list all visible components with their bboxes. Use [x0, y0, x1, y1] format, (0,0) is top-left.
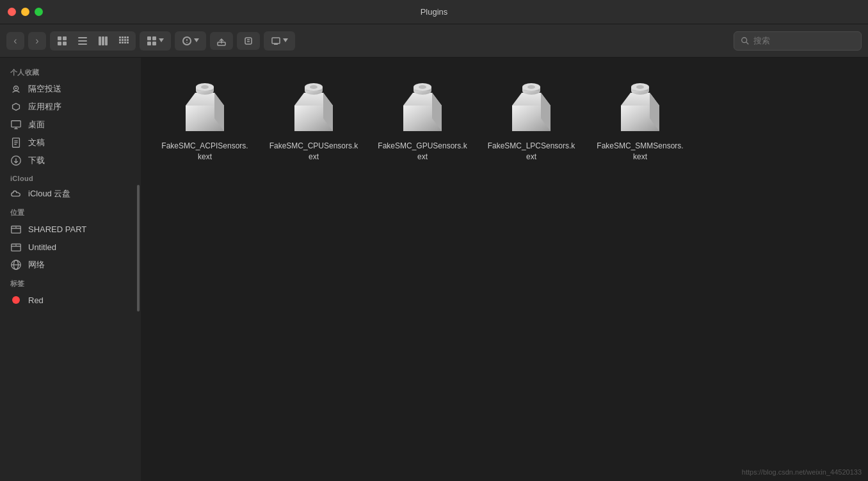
svg-rect-36	[272, 38, 280, 43]
svg-marker-30	[194, 38, 199, 42]
svg-marker-38	[283, 38, 288, 42]
svg-rect-15	[122, 39, 124, 41]
sidebar-item-untitled[interactable]: Untitled	[0, 238, 141, 256]
svg-rect-14	[119, 39, 121, 41]
svg-marker-26	[159, 38, 164, 42]
sidebar-label-untitled: Untitled	[28, 242, 56, 252]
sidebar-section-icloud: iCloud	[0, 170, 141, 185]
action-button-group	[175, 31, 206, 51]
file-item[interactable]: FakeSMC_LPCSensors.kext	[480, 70, 583, 169]
kext-file-icon	[390, 77, 454, 141]
sidebar-section-favorites: 个人收藏	[0, 63, 141, 80]
svg-point-65	[201, 85, 209, 89]
file-item[interactable]: FakeSMC_GPUSensors.kext	[371, 70, 474, 169]
sidebar-section-tags: 标签	[0, 274, 141, 291]
device-button-group	[264, 31, 295, 51]
file-item[interactable]: FakeSMC_SMMSensors.kext	[589, 70, 691, 169]
icloud-icon	[10, 188, 22, 200]
svg-rect-4	[78, 37, 87, 38]
action-button[interactable]	[177, 33, 204, 49]
group-button[interactable]	[142, 33, 168, 49]
minimize-button[interactable]	[21, 8, 29, 16]
downloads-icon	[10, 155, 22, 166]
file-content-area: FakeSMC_ACPISensors.kext	[141, 58, 868, 481]
list-view-button[interactable]	[73, 33, 92, 49]
svg-rect-9	[105, 36, 108, 45]
svg-point-42	[15, 88, 17, 90]
sidebar-label-network: 网络	[28, 259, 45, 271]
file-name-label: FakeSMC_CPUSensors.kext	[269, 141, 358, 162]
tag-button[interactable]	[237, 32, 260, 50]
svg-rect-2	[58, 42, 61, 45]
svg-rect-7	[99, 36, 101, 45]
airdrop-icon	[10, 83, 22, 95]
svg-rect-18	[119, 42, 121, 43]
sidebar-label-icloud: iCloud 云盘	[28, 188, 70, 200]
untitled-drive-icon	[10, 241, 22, 253]
apps-icon	[10, 101, 22, 113]
sidebar-item-red-tag[interactable]: Red	[0, 291, 141, 309]
svg-rect-21	[127, 42, 129, 43]
documents-icon	[10, 137, 22, 148]
red-tag-icon	[10, 294, 22, 306]
window-title: Plugins	[421, 7, 448, 17]
share-button[interactable]	[210, 32, 233, 50]
kext-file-icon	[499, 77, 563, 141]
sidebar-label-desktop: 桌面	[28, 119, 45, 130]
sidebar-item-downloads[interactable]: 下载	[0, 152, 141, 170]
sidebar-item-apps[interactable]: 应用程序	[0, 98, 141, 116]
sidebar-item-network[interactable]: 网络	[0, 256, 141, 274]
svg-rect-8	[102, 36, 104, 45]
kext-file-icon	[173, 77, 237, 141]
svg-rect-11	[122, 36, 124, 38]
window-controls	[8, 8, 43, 16]
sidebar-label-documents: 文稿	[28, 137, 45, 148]
main-layout: 个人收藏 隔空投送 应用程序	[0, 58, 868, 481]
svg-rect-17	[127, 39, 129, 41]
file-name-label: FakeSMC_SMMSensors.kext	[595, 141, 685, 162]
svg-point-93	[636, 85, 644, 89]
search-placeholder: 搜索	[753, 35, 770, 47]
maximize-button[interactable]	[35, 8, 43, 16]
sidebar-item-shared[interactable]: SHARED PART	[0, 220, 141, 238]
sidebar-label-shared: SHARED PART	[28, 225, 86, 234]
svg-point-72	[310, 85, 317, 89]
svg-rect-1	[63, 36, 67, 40]
sidebar-item-airdrop[interactable]: 隔空投送	[0, 80, 141, 98]
sidebar-label-apps: 应用程序	[28, 101, 61, 113]
svg-point-79	[419, 85, 426, 89]
file-item[interactable]: FakeSMC_CPUSensors.kext	[262, 70, 365, 169]
file-item[interactable]: FakeSMC_ACPISensors.kext	[154, 70, 256, 169]
close-button[interactable]	[8, 8, 16, 16]
sidebar-section-locations: 位置	[0, 203, 141, 220]
back-button[interactable]: ‹	[6, 32, 24, 50]
sidebar-label-red: Red	[28, 296, 44, 305]
svg-rect-43	[12, 121, 20, 127]
kext-file-icon	[282, 77, 346, 141]
file-name-label: FakeSMC_ACPISensors.kext	[160, 141, 250, 162]
sidebar-item-desktop[interactable]: 桌面	[0, 116, 141, 134]
svg-rect-32	[218, 42, 225, 45]
sidebar-item-documents[interactable]: 文稿	[0, 134, 141, 152]
sidebar-scrollbar[interactable]	[137, 185, 140, 312]
gallery-view-button[interactable]	[114, 33, 133, 49]
svg-rect-13	[127, 36, 129, 38]
svg-point-86	[527, 85, 535, 89]
svg-rect-0	[58, 36, 61, 40]
sidebar-item-icloud[interactable]: iCloud 云盘	[0, 185, 141, 203]
svg-rect-19	[122, 42, 124, 43]
svg-rect-20	[124, 42, 126, 43]
column-view-button[interactable]	[93, 33, 113, 49]
svg-rect-25	[152, 42, 156, 45]
icon-view-button[interactable]	[52, 33, 72, 49]
device-button[interactable]	[266, 33, 293, 49]
svg-rect-22	[147, 36, 151, 40]
search-box[interactable]: 搜索	[734, 31, 862, 51]
group-button-group	[140, 31, 171, 51]
file-name-label: FakeSMC_LPCSensors.kext	[486, 141, 576, 162]
sidebar-label-airdrop: 隔空投送	[28, 83, 61, 95]
forward-button[interactable]: ›	[28, 32, 46, 50]
svg-rect-5	[78, 40, 87, 42]
svg-rect-10	[119, 36, 121, 38]
svg-rect-6	[78, 43, 87, 45]
